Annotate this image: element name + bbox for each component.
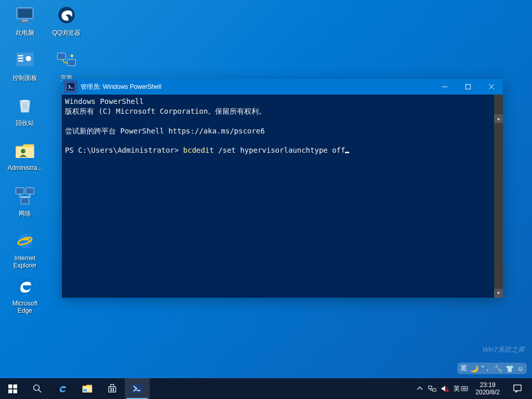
icon-label: 网络 (19, 209, 31, 218)
svg-point-10 (21, 149, 25, 154)
svg-rect-43 (461, 387, 468, 391)
microsoft-edge[interactable]: Microsoft Edge (5, 274, 45, 318)
svg-rect-39 (429, 386, 432, 389)
svg-rect-19 (68, 59, 76, 65)
svg-rect-46 (514, 385, 521, 391)
search-button[interactable] (25, 378, 50, 399)
ime-face-icon[interactable]: ☺ (517, 365, 524, 373)
icon-label: Microsoft Edge (6, 300, 44, 314)
titlebar[interactable]: 管理员: Windows PowerShell (62, 79, 503, 95)
ime-skin-icon[interactable]: 👕 (506, 365, 514, 373)
icon-label: Internet Explorer (6, 255, 44, 269)
svg-rect-4 (16, 52, 33, 66)
ime-floating-toolbar[interactable]: 英 🌙 "， 🔧 👕 ☺ (457, 363, 527, 374)
recycle-bin[interactable]: 回收站 (5, 93, 45, 137)
pc-icon (12, 3, 37, 28)
icon-label: Administra... (8, 164, 43, 171)
window-controls (433, 79, 503, 95)
svg-rect-29 (13, 389, 17, 393)
terminal-body[interactable]: Windows PowerShell 版权所有 (C) Microsoft Co… (62, 95, 503, 298)
ime-lang[interactable]: 英 (460, 364, 467, 373)
user-folder-icon (12, 138, 37, 163)
terminal-args: /set hypervisorlaunchtype off (214, 146, 345, 154)
terminal-line: 尝试新的跨平台 PowerShell https://aka.ms/pscore… (65, 127, 265, 135)
tray-clock[interactable]: 23:19 2020/8/2 (471, 381, 504, 396)
terminal-command: bcdedit (183, 146, 214, 154)
desktop-icons-col1: 此电脑 控制面板 回收站 Administra... 网络 (5, 3, 45, 319)
ime-comma-icon[interactable]: "， (482, 364, 491, 373)
terminal-scrollbar[interactable]: ▲ ▼ (494, 95, 503, 298)
system-tray[interactable]: 英 23:19 2020/8/2 (412, 378, 532, 399)
network[interactable]: 网络 (5, 183, 45, 228)
window-title: 管理员: Windows PowerShell (81, 83, 433, 91)
desktop[interactable]: 此电脑 控制面板 回收站 Administra... 网络 (0, 0, 532, 378)
taskbar-store[interactable] (100, 378, 125, 399)
tray-volume-icon[interactable] (439, 378, 450, 399)
svg-point-8 (26, 56, 31, 61)
tray-network-icon[interactable] (427, 378, 438, 399)
svg-point-9 (20, 100, 30, 102)
ime-moon-icon[interactable]: 🌙 (470, 365, 478, 373)
tray-ime[interactable]: 英 (451, 384, 470, 393)
clock-time: 23:19 (475, 381, 500, 389)
svg-rect-1 (18, 9, 32, 18)
svg-rect-13 (21, 198, 29, 204)
terminal-prompt: PS C:\Users\Administrator> (65, 146, 183, 154)
icon-label: QQ浏览器 (52, 29, 81, 37)
svg-rect-11 (16, 188, 24, 194)
this-pc[interactable]: 此电脑 (5, 3, 45, 47)
powershell-icon (64, 81, 77, 93)
scroll-up-icon[interactable]: ▲ (494, 114, 503, 123)
svg-rect-36 (111, 390, 112, 392)
svg-point-20 (71, 55, 73, 57)
icon-label: 此电脑 (16, 29, 34, 37)
maximize-button[interactable] (456, 79, 480, 95)
scroll-down-icon[interactable]: ▼ (494, 289, 503, 298)
ime-keyboard-icon (461, 385, 468, 392)
close-button[interactable] (480, 79, 503, 95)
terminal-line: Windows PowerShell (65, 97, 144, 105)
svg-rect-27 (13, 384, 17, 388)
minimize-button[interactable] (433, 79, 456, 95)
svg-point-42 (446, 390, 449, 392)
svg-rect-2 (22, 20, 28, 22)
taskbar-powershell[interactable] (125, 378, 150, 399)
taskbar-spacer (150, 378, 412, 399)
user-folder[interactable]: Administra... (5, 138, 45, 182)
svg-rect-12 (26, 188, 34, 194)
svg-rect-7 (18, 60, 23, 62)
action-center-button[interactable] (505, 384, 530, 393)
svg-rect-26 (8, 384, 12, 388)
tray-overflow-icon[interactable] (414, 378, 425, 399)
qq-browser-icon (54, 3, 79, 28)
svg-rect-34 (111, 388, 112, 390)
svg-rect-18 (58, 53, 66, 59)
svg-rect-3 (20, 21, 30, 23)
taskbar-edge[interactable] (50, 378, 75, 399)
ime-label: 英 (454, 384, 460, 393)
icon-label: 控制面板 (12, 74, 37, 83)
qq-browser[interactable]: QQ浏览器 (47, 3, 86, 47)
taskbar-explorer[interactable] (75, 378, 100, 399)
watermark: Win7系统之家 (482, 345, 525, 354)
start-button[interactable] (0, 378, 25, 399)
broadband-icon (54, 48, 79, 73)
svg-rect-33 (84, 389, 87, 392)
control-panel[interactable]: 控制面板 (5, 48, 45, 92)
icon-label: 回收站 (16, 119, 34, 128)
taskbar[interactable]: 英 23:19 2020/8/2 (0, 378, 532, 399)
svg-rect-35 (113, 388, 114, 390)
svg-rect-5 (18, 55, 23, 57)
ime-tool-icon[interactable]: 🔧 (494, 365, 502, 373)
edge-icon (12, 274, 37, 299)
powershell-window[interactable]: 管理员: Windows PowerShell Windows PowerShe… (62, 79, 503, 298)
terminal-line: 版权所有 (C) Microsoft Corporation。保留所有权利。 (65, 107, 266, 115)
control-panel-icon (12, 48, 37, 73)
internet-explorer[interactable]: Internet Explorer (5, 229, 45, 273)
clock-date: 2020/8/2 (475, 389, 500, 396)
cursor (345, 152, 349, 153)
svg-rect-40 (433, 389, 436, 391)
network-icon (12, 183, 37, 208)
svg-point-30 (34, 385, 39, 391)
svg-line-31 (39, 390, 42, 393)
